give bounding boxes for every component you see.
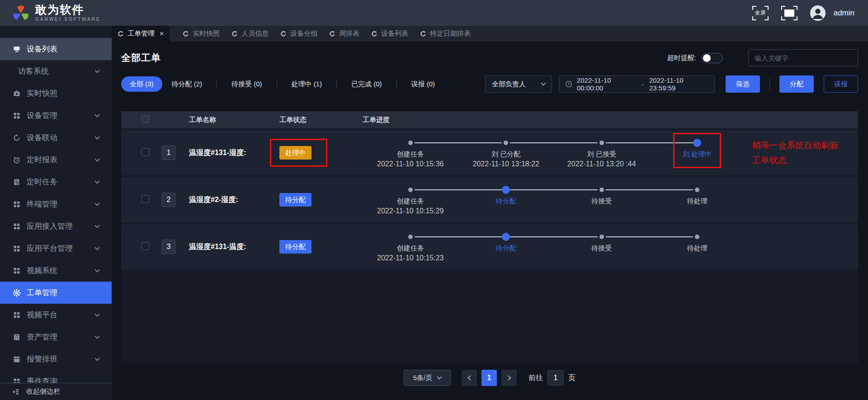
- step-time: 2022-11-10 13:20 :44: [554, 160, 650, 168]
- logo-icon: [12, 5, 30, 22]
- refresh-icon[interactable]: [183, 31, 189, 37]
- sidebar-item-设备联动[interactable]: 设备联动: [0, 127, 112, 149]
- row-checkbox[interactable]: [142, 148, 149, 156]
- alarm-icon: [13, 156, 21, 164]
- tab-设备列表[interactable]: 设备列表 ×: [365, 26, 414, 42]
- row-checkbox[interactable]: [142, 242, 149, 250]
- refresh-icon[interactable]: [280, 31, 287, 37]
- fullscreen-icon[interactable]: 全屏: [752, 6, 769, 20]
- tab-label: 实时快照: [193, 29, 220, 38]
- sidebar-item-报警排班[interactable]: 报警排班: [0, 348, 112, 370]
- sidebar-item-设备列表[interactable]: 设备列表: [0, 38, 112, 60]
- step-dot: [408, 141, 413, 145]
- table-header-row: 工单名称 工单状态 工单进度: [121, 111, 858, 128]
- expand-icon[interactable]: [781, 6, 797, 20]
- collapse-sidebar-button[interactable]: 收起侧边栏: [0, 383, 112, 400]
- sidebar-item-应用接入管理[interactable]: 应用接入管理: [0, 215, 112, 237]
- next-page-button[interactable]: [501, 370, 517, 386]
- avatar[interactable]: [810, 5, 826, 21]
- sidebar-item-label: 应用接入管理: [27, 221, 95, 231]
- current-page[interactable]: 1: [481, 370, 497, 386]
- sidebar-item-访客系统[interactable]: 访客系统: [0, 60, 112, 82]
- chevron-down-icon: [94, 223, 99, 228]
- date-separator: -: [642, 80, 644, 88]
- owner-select[interactable]: 全部负责人: [485, 75, 552, 93]
- step-label: 待接受: [554, 197, 650, 206]
- refresh-icon[interactable]: [329, 31, 335, 37]
- chevron-down-icon: [94, 156, 99, 161]
- camera-icon: [13, 89, 21, 98]
- sidebar-item-设备管理[interactable]: 设备管理: [0, 104, 112, 127]
- brand-name-cn: 敢为软件: [35, 4, 101, 15]
- sidebar-item-视频系统[interactable]: 视频系统: [0, 259, 112, 282]
- tab-设备分组[interactable]: 设备分组 ×: [274, 26, 323, 42]
- sidebar-item-视频平台[interactable]: 视频平台: [0, 304, 112, 326]
- status-filter-tabs: 全部 (3)待分配 (2)待接受 (0)处理中 (1)已完成 (0)误报 (0): [121, 76, 443, 92]
- tab-周排表[interactable]: 周排表 ×: [323, 26, 365, 42]
- step-dot: [695, 188, 699, 192]
- page-size-select[interactable]: 5条/页: [404, 370, 451, 386]
- step-label: 刘 处理中: [650, 150, 745, 159]
- sidebar-item-资产管理[interactable]: 资产管理: [0, 326, 112, 348]
- annotation-note: 稍等一会系统自动刷新工单状态: [745, 138, 858, 168]
- timeout-toggle[interactable]: [702, 53, 723, 63]
- status-filter-误报[interactable]: 误报 (0): [404, 76, 443, 92]
- sidebar-item-实时快照[interactable]: 实时快照: [0, 82, 112, 104]
- tab-人员信息[interactable]: 人员信息 ×: [226, 26, 274, 42]
- step-label: 创建任务: [363, 244, 458, 253]
- status-badge: 处理中: [279, 146, 311, 160]
- table-row: 2 温湿度#2-湿度: 待分配 创建任务2022-11-10 10:15:29待…: [121, 177, 858, 222]
- false-alarm-button[interactable]: 误报: [824, 75, 858, 93]
- filter-button[interactable]: 筛选: [726, 75, 760, 93]
- refresh-icon[interactable]: [118, 31, 124, 37]
- calc-icon: [13, 333, 21, 341]
- status-filter-全部[interactable]: 全部 (3): [121, 76, 162, 92]
- page-size-value: 5条/页: [413, 374, 433, 382]
- tab-特定日期排表[interactable]: 特定日期排表 ×: [414, 26, 476, 42]
- row-index-badge: 1: [162, 146, 175, 160]
- sidebar-item-应用平台管理[interactable]: 应用平台管理: [0, 237, 112, 259]
- collapse-icon: [11, 388, 19, 396]
- status-filter-待接受[interactable]: 待接受 (0): [224, 76, 270, 92]
- step-label: 待分配: [458, 197, 554, 206]
- sidebar-item-定时报表[interactable]: 定时报表: [0, 149, 112, 171]
- step-label: 创建任务: [363, 197, 458, 206]
- step-dot: [408, 235, 413, 239]
- status-filter-待分配[interactable]: 待分配 (2): [164, 76, 210, 92]
- progress-step-待分配: 待分配: [458, 224, 554, 269]
- status-filter-处理中[interactable]: 处理中 (1): [284, 76, 330, 92]
- step-label: 刘 已分配: [458, 150, 554, 159]
- refresh-icon[interactable]: [420, 31, 426, 37]
- date-range-picker[interactable]: 2022-11-10 00:00:00 - 2022-11-10 23:59:5…: [559, 75, 715, 93]
- sidebar-item-定时任务[interactable]: 定时任务: [0, 171, 112, 193]
- progress-step-创建任务: 创建任务2022-11-10 10:15:23: [363, 224, 458, 269]
- assign-button[interactable]: 分配: [779, 75, 814, 93]
- sidebar-item-工单管理[interactable]: 工单管理: [0, 282, 112, 304]
- grid-icon: [13, 112, 21, 120]
- refresh-icon[interactable]: [231, 31, 238, 37]
- tab-工单管理[interactable]: 工单管理 ×: [112, 26, 170, 42]
- prev-page-button[interactable]: [462, 370, 477, 386]
- fullscreen-label: 全屏: [752, 6, 769, 20]
- goto-page-input[interactable]: [547, 370, 564, 386]
- refresh-icon[interactable]: [371, 31, 377, 37]
- search-input[interactable]: [748, 49, 858, 66]
- row-checkbox[interactable]: [142, 195, 149, 203]
- top-header-bar: 敢为软件 GANWEI SOFTWARE 全屏 admin: [0, 0, 868, 26]
- progress-timeline: 创建任务2022-11-10 10:15:23待分配待接受待处理: [363, 224, 745, 269]
- chevron-down-icon: [94, 68, 99, 73]
- close-icon[interactable]: ×: [160, 30, 164, 38]
- chevron-left-icon: [467, 375, 472, 380]
- chevron-down-icon: [94, 201, 99, 206]
- username[interactable]: admin: [834, 9, 854, 18]
- column-header-name: 工单名称: [184, 116, 279, 124]
- table-body: 1 温湿度#131-湿度: 处理中 创建任务2022-11-10 10:15:3…: [121, 130, 858, 269]
- status-filter-已完成[interactable]: 已完成 (0): [344, 76, 390, 92]
- sidebar-item-label: 视频系统: [27, 265, 95, 276]
- sidebar-item-终端管理[interactable]: 终端管理: [0, 193, 112, 215]
- tab-实时快照[interactable]: 实时快照 ×: [177, 26, 226, 42]
- chevron-down-icon: [94, 267, 99, 272]
- step-time: 2022-11-10 13:18:22: [458, 160, 554, 168]
- grid-icon: [13, 311, 21, 319]
- select-all-checkbox[interactable]: [142, 115, 149, 123]
